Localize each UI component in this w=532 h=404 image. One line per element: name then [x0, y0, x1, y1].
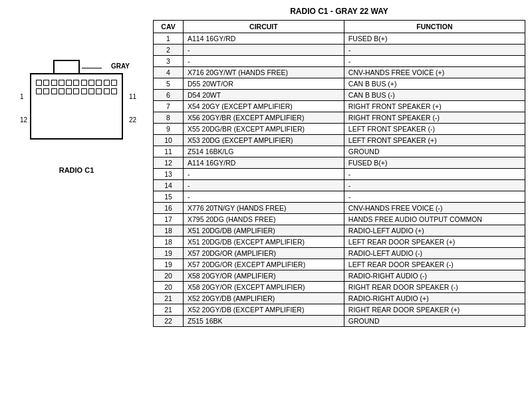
- cell-cav: 7: [154, 101, 184, 112]
- cell-function: RIGHT FRONT SPEAKER (-): [344, 112, 525, 124]
- table-row: 18X51 20DG/DB (AMPLIFIER)RADIO-LEFT AUDI…: [154, 225, 525, 237]
- cell-function: LEFT REAR DOOR SPEAKER (-): [344, 259, 525, 270]
- cell-function: RADIO-LEFT AUDIO (+): [344, 225, 525, 237]
- table-row: 17X795 20DG (HANDS FREE)HANDS FREE AUDIO…: [154, 214, 525, 225]
- pin: [51, 80, 57, 86]
- cell-cav: 18: [154, 237, 184, 248]
- pin: [59, 88, 65, 94]
- table-row: 1A114 16GY/RDFUSED B(+): [154, 33, 525, 45]
- header-circuit: CIRCUIT: [184, 21, 344, 33]
- cell-circuit: X58 20GY/OR (AMPLIFIER): [184, 270, 344, 282]
- pin: [43, 88, 49, 94]
- cell-cav: 6: [154, 90, 184, 101]
- cell-circuit: A114 16GY/RD: [184, 33, 344, 45]
- cell-circuit: -: [184, 169, 344, 180]
- pin-row-top: [31, 74, 122, 86]
- pin-number-22: 22: [129, 116, 136, 124]
- left-panel: GRAY: [0, 0, 153, 404]
- cell-cav: 20: [154, 270, 184, 282]
- table-row: 10X53 20DG (EXCEPT AMPLIFIER)LEFT FRONT …: [154, 135, 525, 146]
- cell-function: CAN B BUS (+): [344, 78, 525, 90]
- pin: [81, 88, 87, 94]
- table-row: 20X58 20GY/OR (AMPLIFIER)RADIO-RIGHT AUD…: [154, 270, 525, 282]
- cell-circuit: X57 20DG/OR (EXCEPT AMPLIFIER): [184, 259, 344, 270]
- cell-circuit: X52 20GY/DB (AMPLIFIER): [184, 293, 344, 304]
- cell-cav: 21: [154, 304, 184, 316]
- pin: [36, 88, 42, 94]
- cell-function: CAN B BUS (-): [344, 90, 525, 101]
- right-panel: RADIO C1 - GRAY 22 WAY CAV CIRCUIT FUNCT…: [153, 0, 532, 404]
- pin: [88, 80, 94, 86]
- cell-cav: 17: [154, 214, 184, 225]
- pin: [104, 80, 110, 86]
- table-row: 12A114 16GY/RDFUSED B(+): [154, 157, 525, 169]
- cell-function: FUSED B(+): [344, 33, 525, 45]
- cell-circuit: Z515 16BK: [184, 316, 344, 327]
- pin-number-11: 11: [129, 93, 136, 100]
- cell-function: -: [344, 45, 525, 56]
- table-row: 9X55 20DG/BR (EXCEPT AMPLIFIER)LEFT FRON…: [154, 124, 525, 135]
- pin: [36, 80, 42, 86]
- cell-function: RADIO-RIGHT AUDIO (-): [344, 270, 525, 282]
- connector-diagram: GRAY: [17, 53, 136, 159]
- pin: [81, 80, 87, 86]
- pin: [73, 88, 79, 94]
- cell-circuit: X53 20DG (EXCEPT AMPLIFIER): [184, 135, 344, 146]
- cell-cav: 5: [154, 78, 184, 90]
- pin-number-12: 12: [20, 116, 27, 124]
- table-row: 19X57 20DG/OR (EXCEPT AMPLIFIER)LEFT REA…: [154, 259, 525, 270]
- cell-function: FUSED B(+): [344, 157, 525, 169]
- cell-circuit: -: [184, 180, 344, 191]
- cell-circuit: -: [184, 45, 344, 56]
- cell-function: CNV-HANDS FREE VOICE (-): [344, 203, 525, 214]
- table-row: 20X58 20GY/OR (EXCEPT AMPLIFIER)RIGHT RE…: [154, 282, 525, 293]
- cell-circuit: X56 20GY/BR (EXCEPT AMPLIFIER): [184, 112, 344, 124]
- table-row: 16X776 20TN/GY (HANDS FREE)CNV-HANDS FRE…: [154, 203, 525, 214]
- connector-tab: [53, 60, 80, 74]
- cell-function: -: [344, 180, 525, 191]
- table-title: RADIO C1 - GRAY 22 WAY: [153, 7, 525, 16]
- cell-function: LEFT REAR DOOR SPEAKER (+): [344, 237, 525, 248]
- pin: [51, 88, 57, 94]
- wiring-table: CAV CIRCUIT FUNCTION 1A114 16GY/RDFUSED …: [153, 20, 525, 327]
- pin: [88, 88, 94, 94]
- cell-cav: 10: [154, 135, 184, 146]
- table-body: 1A114 16GY/RDFUSED B(+)2--3--4X716 20GY/…: [154, 33, 525, 327]
- cell-cav: 2: [154, 45, 184, 56]
- header-function: FUNCTION: [344, 21, 525, 33]
- table-row: 5D55 20WT/ORCAN B BUS (+): [154, 78, 525, 90]
- table-row: 6D54 20WTCAN B BUS (-): [154, 90, 525, 101]
- cell-circuit: X795 20DG (HANDS FREE): [184, 214, 344, 225]
- cell-circuit: X51 20DG/DB (EXCEPT AMPLIFIER): [184, 237, 344, 248]
- table-row: 11Z514 16BK/LGGROUND: [154, 146, 525, 157]
- cell-function: RIGHT FRONT SPEAKER (+): [344, 101, 525, 112]
- pin: [96, 88, 102, 94]
- cell-function: GROUND: [344, 316, 525, 327]
- cell-circuit: A114 16GY/RD: [184, 157, 344, 169]
- table-row: 19X57 20DG/OR (AMPLIFIER)RADIO-LEFT AUDI…: [154, 248, 525, 259]
- cell-function: HANDS FREE AUDIO OUTPUT COMMON: [344, 214, 525, 225]
- cell-cav: 18: [154, 225, 184, 237]
- cell-circuit: Z514 16BK/LG: [184, 146, 344, 157]
- table-row: 2--: [154, 45, 525, 56]
- cell-function: RADIO-LEFT AUDIO (-): [344, 248, 525, 259]
- pin: [111, 80, 117, 86]
- cell-function: RIGHT REAR DOOR SPEAKER (+): [344, 304, 525, 316]
- cell-circuit: X58 20GY/OR (EXCEPT AMPLIFIER): [184, 282, 344, 293]
- cell-cav: 22: [154, 316, 184, 327]
- connector-body: [30, 73, 123, 140]
- pin: [96, 80, 102, 86]
- pin: [66, 80, 72, 86]
- cell-function: GROUND: [344, 146, 525, 157]
- pin: [66, 88, 72, 94]
- cell-circuit: X54 20GY (EXCEPT AMPLIFIER): [184, 101, 344, 112]
- cell-circuit: -: [184, 191, 344, 203]
- cell-circuit: -: [184, 56, 344, 67]
- cell-circuit: X51 20DG/DB (AMPLIFIER): [184, 225, 344, 237]
- cell-cav: 19: [154, 248, 184, 259]
- cell-function: LEFT FRONT SPEAKER (+): [344, 135, 525, 146]
- cell-circuit: X57 20DG/OR (AMPLIFIER): [184, 248, 344, 259]
- cell-circuit: X716 20GY/WT (HANDS FREE): [184, 67, 344, 78]
- table-row: 21X52 20GY/DB (EXCEPT AMPLIFIER)RIGHT RE…: [154, 304, 525, 316]
- header-cav: CAV: [154, 21, 184, 33]
